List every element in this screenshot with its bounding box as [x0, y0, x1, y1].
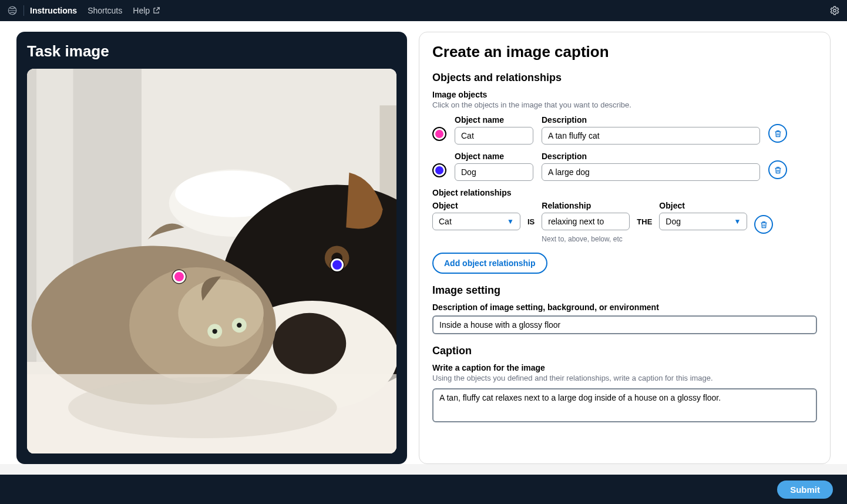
- chevron-down-icon: ▼: [507, 217, 514, 226]
- object-desc-label: Description: [542, 152, 760, 161]
- workspace: Task image: [0, 21, 847, 464]
- svg-point-22: [68, 377, 337, 438]
- object-row: Object name Description: [432, 152, 817, 181]
- task-image[interactable]: [27, 69, 396, 453]
- svg-point-19: [213, 329, 217, 334]
- section-image-setting: Image setting: [432, 284, 817, 297]
- image-marker-pink[interactable]: [173, 270, 186, 283]
- rel-object-label: Object: [432, 201, 520, 210]
- object-name-input[interactable]: [455, 127, 533, 145]
- trash-icon: [774, 129, 782, 138]
- object-desc-input[interactable]: [542, 163, 760, 181]
- object-name-input[interactable]: [455, 163, 533, 181]
- delete-object-button[interactable]: [768, 160, 787, 179]
- rel-relationship-input[interactable]: [542, 213, 630, 230]
- form-title: Create an image caption: [432, 43, 817, 61]
- object-marker-toggle-pink[interactable]: [432, 127, 446, 141]
- svg-point-1: [833, 9, 836, 12]
- gear-icon: [829, 5, 840, 16]
- section-objects-rel: Objects and relationships: [432, 72, 817, 84]
- svg-point-20: [237, 323, 241, 328]
- object-marker-toggle-blue[interactable]: [432, 163, 446, 177]
- nav-help-label: Help: [133, 6, 150, 15]
- relationship-row: Object Cat ▼ IS Relationship Next to, ab…: [432, 201, 817, 243]
- rel-left-select[interactable]: Cat ▼: [432, 213, 520, 230]
- setting-label: Description of image setting, background…: [432, 303, 817, 312]
- external-link-icon: [152, 6, 160, 15]
- submit-button[interactable]: Submit: [777, 481, 833, 499]
- svg-point-16: [178, 280, 264, 347]
- app-logo: [7, 5, 18, 16]
- task-image-panel: Task image: [16, 32, 407, 464]
- rel-left-value: Cat: [439, 217, 452, 226]
- rel-relationship-label: Relationship: [542, 201, 630, 210]
- bottom-bar: Submit: [0, 475, 847, 504]
- image-marker-blue[interactable]: [331, 258, 344, 271]
- task-image-title: Task image: [27, 42, 396, 61]
- add-relationship-button[interactable]: Add object relationship: [432, 253, 547, 274]
- svg-point-11: [273, 313, 346, 374]
- divider: [23, 5, 24, 16]
- rel-right-select[interactable]: Dog ▼: [659, 213, 747, 230]
- nav-instructions[interactable]: Instructions: [30, 6, 77, 15]
- top-nav: Instructions Shortcuts Help: [30, 6, 160, 15]
- object-name-label: Object name: [455, 115, 533, 125]
- object-row: Object name Description: [432, 115, 817, 145]
- rel-the-label: THE: [637, 217, 652, 226]
- delete-relationship-button[interactable]: [754, 215, 773, 234]
- object-relationships-heading: Object relationships: [432, 188, 817, 197]
- settings-button[interactable]: [829, 5, 840, 16]
- section-caption: Caption: [432, 345, 817, 357]
- rel-right-value: Dog: [666, 217, 681, 226]
- caption-label: Write a caption for the image: [432, 363, 817, 372]
- image-objects-heading: Image objects: [432, 90, 817, 99]
- object-desc-label: Description: [542, 115, 760, 125]
- object-name-label: Object name: [455, 152, 533, 161]
- caption-textarea[interactable]: [432, 388, 817, 422]
- rel-is-label: IS: [527, 217, 535, 226]
- rel-object-label: Object: [659, 201, 747, 210]
- chevron-down-icon: ▼: [734, 217, 741, 226]
- caption-hint: Using the objects you defined and their …: [432, 374, 817, 382]
- top-bar: Instructions Shortcuts Help: [0, 0, 847, 21]
- delete-object-button[interactable]: [768, 124, 787, 143]
- trash-icon: [774, 166, 782, 174]
- image-objects-hint: Click on the objects in the image that y…: [432, 100, 817, 109]
- form-panel: Create an image caption Objects and rela…: [419, 32, 831, 464]
- object-desc-input[interactable]: [542, 127, 760, 145]
- setting-input[interactable]: [432, 315, 817, 334]
- trash-icon: [759, 220, 768, 229]
- rel-hint: Next to, above, below, etc: [542, 235, 630, 243]
- nav-help[interactable]: Help: [133, 6, 160, 15]
- nav-shortcuts[interactable]: Shortcuts: [88, 6, 122, 15]
